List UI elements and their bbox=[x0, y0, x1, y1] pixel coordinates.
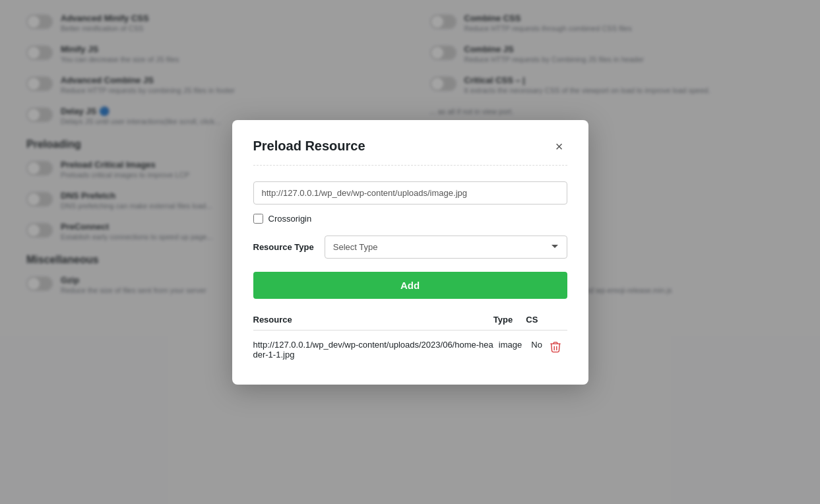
modal-header: Preload Resource × bbox=[253, 139, 567, 166]
col-type: Type bbox=[493, 315, 526, 331]
col-actions bbox=[544, 315, 567, 331]
crossorigin-label[interactable]: Crossorigin bbox=[268, 214, 312, 224]
cell-type: image bbox=[493, 330, 526, 363]
crossorigin-checkbox[interactable] bbox=[253, 214, 263, 224]
cell-cs: No bbox=[526, 330, 544, 363]
add-button[interactable]: Add bbox=[253, 272, 567, 299]
modal-dialog: Preload Resource × Crossorigin Resource … bbox=[232, 120, 588, 385]
resource-table: Resource Type CS http://127.0.0.1/wp_dev… bbox=[253, 315, 567, 363]
col-cs: CS bbox=[526, 315, 544, 331]
table-header-row: Resource Type CS bbox=[253, 315, 567, 331]
cell-resource: http://127.0.0.1/wp_dev/wp-content/uploa… bbox=[253, 330, 493, 363]
modal-overlay: Preload Resource × Crossorigin Resource … bbox=[0, 0, 820, 504]
url-input[interactable] bbox=[253, 181, 567, 205]
table-body: http://127.0.0.1/wp_dev/wp-content/uploa… bbox=[253, 330, 567, 363]
modal-close-button[interactable]: × bbox=[552, 139, 567, 154]
col-resource: Resource bbox=[253, 315, 493, 331]
resource-type-select[interactable]: Select Type image style script font bbox=[325, 236, 567, 259]
resource-type-row: Resource Type Select Type image style sc… bbox=[253, 236, 567, 259]
crossorigin-row: Crossorigin bbox=[253, 214, 567, 224]
modal-title: Preload Resource bbox=[253, 139, 365, 154]
table-row: http://127.0.0.1/wp_dev/wp-content/uploa… bbox=[253, 330, 567, 363]
table-head: Resource Type CS bbox=[253, 315, 567, 331]
cell-delete bbox=[544, 330, 567, 363]
trash-icon bbox=[550, 341, 561, 353]
delete-button[interactable] bbox=[546, 340, 565, 355]
resource-type-label: Resource Type bbox=[253, 242, 314, 252]
